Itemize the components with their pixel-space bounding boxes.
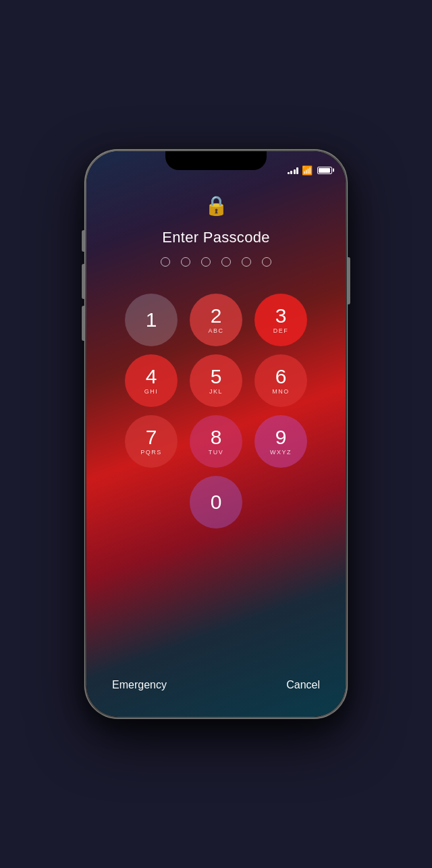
key-6[interactable]: 6 MNO <box>254 354 307 407</box>
passcode-title: Enter Passcode <box>162 229 270 246</box>
cancel-button[interactable]: Cancel <box>281 672 325 698</box>
key-1[interactable]: 1 <box>125 294 178 346</box>
keypad-row-3: 7 PQRS 8 TUV 9 WXYZ <box>125 415 307 468</box>
notch <box>165 151 267 170</box>
keypad: 1 2 ABC 3 DEF 4 GHI <box>125 294 307 528</box>
wifi-icon: 📶 <box>302 165 313 175</box>
signal-icon <box>288 166 299 174</box>
key-2[interactable]: 2 ABC <box>190 294 242 346</box>
emergency-button[interactable]: Emergency <box>107 672 172 698</box>
power-button[interactable] <box>348 257 350 304</box>
dot-3 <box>201 257 211 267</box>
key-4[interactable]: 4 GHI <box>125 354 178 407</box>
key-7[interactable]: 7 PQRS <box>125 415 178 468</box>
battery-icon <box>317 167 332 174</box>
keypad-row-1: 1 2 ABC 3 DEF <box>125 294 307 346</box>
key-3[interactable]: 3 DEF <box>254 294 307 346</box>
key-9[interactable]: 9 WXYZ <box>254 415 307 468</box>
status-icons: 📶 <box>288 165 333 175</box>
lock-icon: 🔒 <box>205 194 228 217</box>
dot-6 <box>262 257 271 267</box>
screen: 📶 🔒 Enter Passcode <box>86 151 346 717</box>
passcode-dots <box>161 257 271 267</box>
volume-up-button[interactable] <box>82 264 84 299</box>
bottom-actions: Emergency Cancel <box>86 672 346 698</box>
dot-4 <box>221 257 231 267</box>
key-0[interactable]: 0 <box>190 476 242 528</box>
lock-area: 🔒 Enter Passcode <box>161 194 271 267</box>
volume-down-button[interactable] <box>82 306 84 341</box>
dot-1 <box>161 257 170 267</box>
mute-switch[interactable] <box>82 230 84 252</box>
keypad-row-2: 4 GHI 5 JKL 6 MNO <box>125 354 307 407</box>
phone-inner: 📶 🔒 Enter Passcode <box>86 151 346 717</box>
key-8[interactable]: 8 TUV <box>190 415 242 468</box>
dot-2 <box>181 257 190 267</box>
phone-frame: 📶 🔒 Enter Passcode <box>84 149 348 719</box>
key-5[interactable]: 5 JKL <box>190 354 242 407</box>
keypad-row-0: 0 <box>190 476 242 528</box>
dot-5 <box>242 257 251 267</box>
